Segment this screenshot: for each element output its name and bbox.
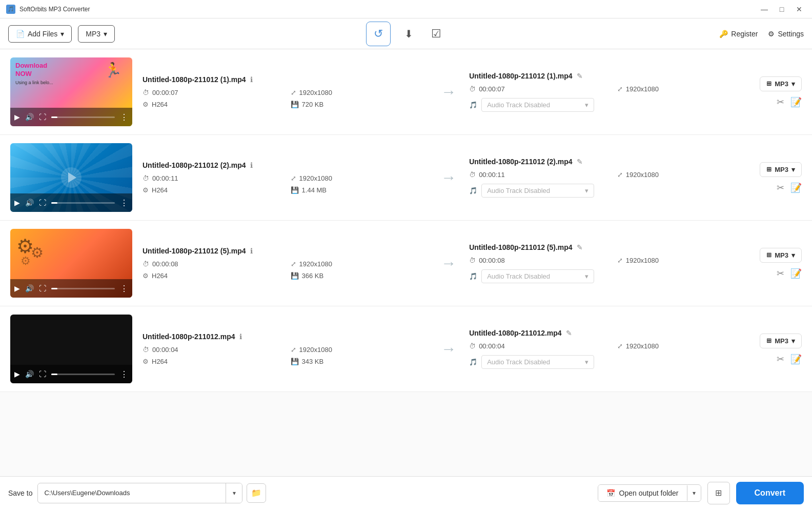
- input-size: 1.44 MB: [302, 186, 327, 194]
- info-icon[interactable]: ℹ: [250, 247, 253, 255]
- checkmark-button[interactable]: ☑: [427, 24, 446, 44]
- fullscreen-icon[interactable]: ⛶: [39, 199, 46, 207]
- output-duration-meta: ⏱ 00:00:04: [469, 342, 607, 350]
- audio-dropdown-chevron-icon: ▾: [585, 101, 588, 109]
- save-to-label: Save to: [8, 489, 32, 497]
- output-duration: 00:00:07: [479, 85, 505, 93]
- info-icon[interactable]: ℹ: [250, 75, 253, 84]
- fullscreen-icon[interactable]: ⛶: [39, 113, 46, 121]
- edit-icon[interactable]: ✎: [577, 158, 583, 166]
- edit-file-icon[interactable]: 📝: [790, 268, 802, 279]
- save-path-container: ▾: [37, 483, 242, 503]
- file-item: DownloadNOW Using a link belo... 🏃 ▶ 🔊 ⛶…: [0, 49, 812, 135]
- play-icon[interactable]: ▶: [14, 199, 20, 207]
- grid-icon: ⊞: [715, 488, 722, 498]
- volume-icon[interactable]: 🔊: [25, 370, 34, 378]
- edit-file-icon[interactable]: 📝: [790, 182, 802, 193]
- browse-folder-button[interactable]: 📁: [247, 483, 266, 503]
- save-path-input[interactable]: [38, 485, 226, 501]
- volume-icon[interactable]: 🔊: [25, 199, 34, 207]
- info-icon[interactable]: ℹ: [250, 161, 253, 169]
- audio-track-dropdown[interactable]: Audio Track Disabled ▾: [481, 184, 594, 198]
- refresh-button[interactable]: ↺: [366, 22, 391, 46]
- file-input-info: Untitled-1080p-211012 (2).mp4 ℹ ⏱ 00:00:…: [143, 161, 433, 194]
- format-selector-button[interactable]: MP3 ▾: [78, 25, 115, 43]
- input-resolution: 1920x1080: [299, 260, 332, 268]
- format-col: ⊞ MP3 ▾ ✂ 📝: [760, 248, 802, 279]
- play-icon[interactable]: ▶: [14, 113, 20, 121]
- thumbnail-overlay: ▶ 🔊 ⛶ ⋮: [10, 365, 132, 383]
- refresh-icon: ↺: [374, 27, 383, 41]
- audio-icon: 🎵: [469, 101, 477, 109]
- output-duration: 00:00:08: [479, 257, 505, 264]
- toolbar: 📄 Add Files ▾ MP3 ▾ ↺ ⬇ ☑ 🔑 Register ⚙ S…: [0, 18, 812, 49]
- audio-track-dropdown[interactable]: Audio Track Disabled ▾: [481, 269, 594, 283]
- grid-view-button[interactable]: ⊞: [707, 482, 730, 504]
- resize-icon: ⤢: [291, 89, 296, 96]
- progress-fill: [51, 202, 57, 204]
- arrow-col: →: [433, 254, 464, 272]
- download-icon: ⬇: [404, 28, 413, 40]
- output-clock-icon: ⏱: [469, 342, 476, 350]
- edit-icon[interactable]: ✎: [577, 243, 583, 251]
- edit-file-icon[interactable]: 📝: [790, 354, 802, 365]
- input-codec: H264: [152, 101, 168, 108]
- edit-icon[interactable]: ✎: [577, 72, 583, 80]
- file-output-info: Untitled-1080p-211012 (1).mp4 ✎ ⏱ 00:00:…: [464, 72, 755, 112]
- close-button[interactable]: ✕: [793, 3, 806, 16]
- open-output-chevron-icon[interactable]: ▾: [687, 485, 701, 501]
- register-button[interactable]: 🔑 Register: [719, 30, 758, 38]
- thumbnail: ⚙ ⚙ ⚙ ▶ 🔊 ⛶ ⋮: [10, 229, 132, 298]
- volume-icon[interactable]: 🔊: [25, 113, 34, 121]
- format-icons-row: ✂ 📝: [777, 354, 802, 365]
- arrow-col: →: [433, 340, 464, 358]
- format-chevron-icon: ▾: [791, 337, 795, 345]
- output-format-button[interactable]: ⊞ MP3 ▾: [760, 76, 802, 91]
- crop-icon[interactable]: ✂: [777, 354, 784, 365]
- audio-track-dropdown[interactable]: Audio Track Disabled ▾: [481, 355, 594, 369]
- output-format-button[interactable]: ⊞ MP3 ▾: [760, 248, 802, 263]
- minimize-button[interactable]: —: [758, 3, 771, 16]
- more-options-icon[interactable]: ⋮: [120, 112, 128, 122]
- save-path-dropdown-button[interactable]: ▾: [226, 483, 242, 503]
- audio-track-label: Audio Track Disabled: [487, 272, 550, 280]
- play-icon[interactable]: ▶: [14, 370, 20, 378]
- calendar-icon: 📅: [606, 489, 615, 497]
- crop-icon[interactable]: ✂: [777, 96, 784, 108]
- settings-icon: ⚙: [143, 101, 149, 108]
- convert-button[interactable]: Convert: [736, 482, 804, 504]
- add-files-button[interactable]: 📄 Add Files ▾: [8, 25, 72, 43]
- crop-icon[interactable]: ✂: [777, 182, 784, 193]
- file-item: ▶ 🔊 ⛶ ⋮ Untitled-1080p-211012.mp4 ℹ ⏱ 00…: [0, 306, 812, 392]
- info-icon[interactable]: ℹ: [239, 332, 242, 341]
- audio-track-row: 🎵 Audio Track Disabled ▾: [469, 184, 755, 198]
- output-format-button[interactable]: ⊞ MP3 ▾: [760, 334, 802, 348]
- settings-button[interactable]: ⚙ Settings: [768, 30, 804, 38]
- fullscreen-icon[interactable]: ⛶: [39, 370, 46, 378]
- open-output-button[interactable]: 📅 Open output folder: [598, 485, 687, 501]
- format-value: MP3: [775, 337, 788, 345]
- more-options-icon[interactable]: ⋮: [120, 284, 128, 293]
- duration-meta: ⏱ 00:00:07: [143, 89, 280, 96]
- play-icon[interactable]: ▶: [14, 284, 20, 292]
- edit-file-icon[interactable]: 📝: [790, 96, 802, 108]
- fullscreen-icon[interactable]: ⛶: [39, 284, 46, 292]
- output-clock-icon: ⏱: [469, 171, 476, 179]
- settings-label: Settings: [778, 30, 804, 38]
- edit-icon[interactable]: ✎: [566, 329, 572, 337]
- volume-icon[interactable]: 🔊: [25, 284, 34, 292]
- maximize-button[interactable]: □: [775, 3, 788, 16]
- more-options-icon[interactable]: ⋮: [120, 198, 128, 208]
- app-title: SoftOrbits MP3 Converter: [19, 6, 758, 13]
- output-format-button[interactable]: ⊞ MP3 ▾: [760, 162, 802, 177]
- audio-track-dropdown[interactable]: Audio Track Disabled ▾: [481, 98, 594, 112]
- output-meta: ⏱ 00:00:11 ⤢ 1920x1080: [469, 171, 755, 179]
- output-resolution-meta: ⤢ 1920x1080: [617, 85, 755, 93]
- resize-icon: ⤢: [291, 174, 296, 182]
- add-files-label: Add Files: [28, 30, 57, 38]
- more-options-icon[interactable]: ⋮: [120, 369, 128, 379]
- crop-icon[interactable]: ✂: [777, 268, 784, 279]
- download-button[interactable]: ⬇: [399, 24, 418, 44]
- audio-icon: 🎵: [469, 358, 477, 366]
- clock-icon: ⏱: [143, 174, 149, 182]
